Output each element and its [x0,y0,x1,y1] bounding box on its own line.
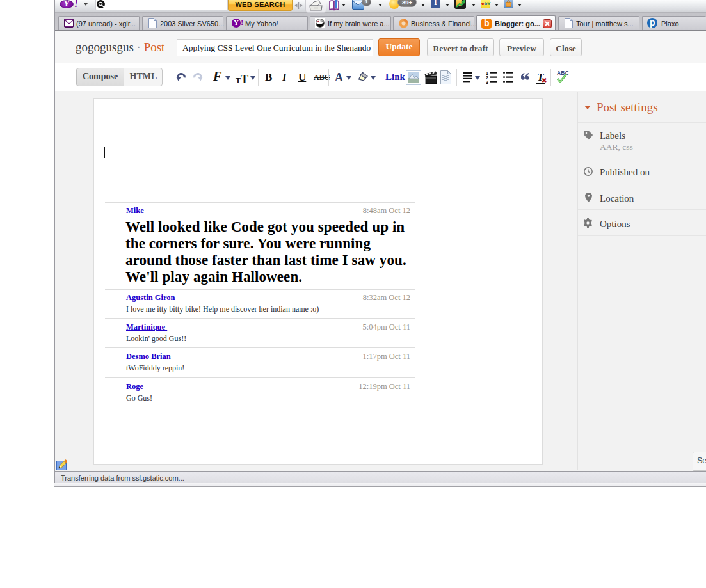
svg-text:3: 3 [486,80,488,84]
svg-text:1: 1 [486,71,488,75]
svg-text:2: 2 [486,75,488,80]
